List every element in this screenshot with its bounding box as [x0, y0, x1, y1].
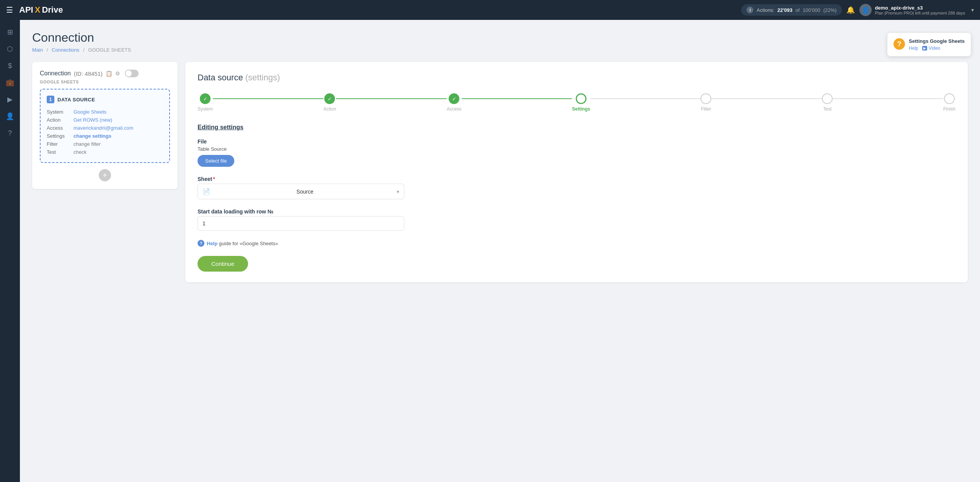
logo: APIXDrive: [19, 5, 63, 15]
table-source-label: Table Source: [198, 146, 956, 152]
left-panel: Connection (ID: 48451) 📋 ⚙ GOOGLE SHEETS…: [32, 62, 178, 189]
ds-title: DATA SOURCE: [57, 97, 95, 103]
ds-number: 1: [47, 96, 54, 103]
sheet-select[interactable]: 📄 Source ▾: [198, 184, 404, 199]
avatar: 👤: [859, 4, 872, 16]
bell-icon[interactable]: 🔔: [846, 6, 855, 14]
ds-system-value[interactable]: Google Sheets: [74, 109, 106, 115]
video-play-icon: ▶: [922, 46, 927, 50]
video-icon: ▶: [7, 95, 13, 104]
home-icon: ⊞: [7, 28, 13, 36]
actions-count: 22'093: [777, 7, 792, 13]
continue-button[interactable]: Continue: [198, 256, 248, 272]
breadcrumb: Main / Connections / GOOGLE SHEETS: [32, 47, 968, 53]
data-source-box: 1 DATA SOURCE System Google Sheets Actio…: [40, 89, 170, 163]
help-tooltip-help-link[interactable]: Help: [909, 46, 918, 51]
sheet-label: Sheet: [198, 176, 212, 182]
user-chevron-icon[interactable]: ▾: [971, 7, 974, 13]
ds-row-label: Settings: [47, 132, 74, 140]
ds-action-value[interactable]: Get ROWS (new): [74, 117, 112, 123]
right-panel: Data source (settings) ✓ System ✓ Action: [185, 62, 968, 282]
table-row: Action Get ROWS (new): [47, 116, 163, 124]
actions-label: Actions:: [756, 7, 774, 13]
help-sidebar-icon: ?: [8, 129, 12, 137]
actions-counter: i Actions: 22'093 of 100'000 (22%): [741, 4, 842, 16]
topnav: ☰ APIXDrive i Actions: 22'093 of 100'000…: [0, 0, 980, 20]
page-title: Connection: [32, 31, 968, 45]
ds-row-label: Action: [47, 116, 74, 124]
panel-title-sub: (settings): [245, 73, 280, 82]
step-finish: Finish: [943, 93, 956, 112]
step-label-test: Test: [823, 106, 831, 112]
hamburger-icon[interactable]: ☰: [6, 5, 13, 15]
step-label-system: System: [198, 106, 213, 112]
connection-id: (ID: 48451): [74, 70, 103, 77]
account-icon: 👤: [6, 112, 14, 120]
step-label-action: Action: [323, 106, 336, 112]
table-row: System Google Sheets: [47, 108, 163, 116]
select-file-button[interactable]: Select file: [198, 155, 234, 167]
sheet-required: *: [213, 176, 215, 182]
ds-row-label: System: [47, 108, 74, 116]
ds-filter-value: change filter: [74, 141, 101, 147]
connection-title: Connection: [40, 70, 71, 77]
user-menu[interactable]: 👤 demo_apix-drive_s3 Plan |Premium PRO| …: [859, 4, 974, 16]
step-label-filter: Filter: [701, 106, 711, 112]
step-settings: Settings: [572, 93, 590, 112]
step-action: ✓ Action: [323, 93, 336, 112]
help-guide-link[interactable]: Help: [207, 241, 217, 246]
ds-access-value[interactable]: maverickandrii@gmail.com: [74, 125, 133, 131]
sidebar-item-video[interactable]: ▶: [2, 92, 18, 107]
sidebar-item-help[interactable]: ?: [2, 125, 18, 141]
row-label: Start data loading with row №: [198, 208, 956, 215]
doc-icon: 📄: [203, 188, 210, 195]
ds-row-label: Test: [47, 148, 74, 156]
sidebar: ⊞ ⬡ $ 💼 ▶ 👤 ?: [0, 20, 20, 482]
connections-icon: ⬡: [7, 45, 13, 53]
help-tooltip-icon: ?: [893, 38, 905, 50]
step-system: ✓ System: [198, 93, 213, 112]
dollar-icon: $: [8, 62, 12, 70]
breadcrumb-connections[interactable]: Connections: [52, 47, 79, 53]
help-guide-suffix: guide for «Google Sheets»: [219, 241, 278, 246]
username: demo_apix-drive_s3: [875, 5, 965, 11]
connection-toggle[interactable]: [125, 70, 139, 77]
step-filter: Filter: [701, 93, 711, 112]
file-label: File: [198, 138, 956, 145]
ds-test-value: check: [74, 149, 87, 155]
step-access: ✓ Access: [447, 93, 462, 112]
sheet-value: Source: [296, 189, 313, 195]
plan-label: Plan |Premium PRO| left until payment 28…: [875, 11, 965, 15]
ds-table: System Google Sheets Action Get ROWS (ne…: [47, 108, 163, 156]
info-icon: i: [746, 7, 753, 13]
table-row: Filter change filter: [47, 140, 163, 148]
table-row: Access maverickandrii@gmail.com: [47, 124, 163, 132]
breadcrumb-main[interactable]: Main: [32, 47, 43, 53]
settings-icon[interactable]: ⚙: [115, 70, 120, 77]
step-test: Test: [822, 93, 833, 112]
google-sheets-label: GOOGLE SHEETS: [40, 80, 170, 84]
sidebar-item-billing[interactable]: $: [2, 58, 18, 73]
add-connection-button[interactable]: +: [99, 169, 111, 181]
ds-row-label: Access: [47, 124, 74, 132]
help-tooltip-title: Settings Google Sheets: [909, 38, 965, 44]
help-tooltip-video-link[interactable]: Video: [929, 46, 940, 51]
panel-title-main: Data source: [198, 73, 243, 82]
table-row: Settings change settings: [47, 132, 163, 140]
step-label-finish: Finish: [943, 106, 956, 112]
section-title: Editing settings: [198, 124, 956, 131]
row-number-input[interactable]: [198, 216, 404, 231]
sheet-group: Sheet* 📄 Source ▾: [198, 176, 956, 199]
step-label-access: Access: [447, 106, 462, 112]
sidebar-item-briefcase[interactable]: 💼: [2, 75, 18, 90]
copy-icon[interactable]: 📋: [106, 70, 112, 77]
help-row: ? Help guide for «Google Sheets»: [198, 240, 956, 247]
sidebar-item-connections[interactable]: ⬡: [2, 41, 18, 57]
sheet-chevron-icon: ▾: [397, 189, 399, 195]
sidebar-item-account[interactable]: 👤: [2, 109, 18, 124]
ds-row-label: Filter: [47, 140, 74, 148]
sidebar-item-dashboard[interactable]: ⊞: [2, 24, 18, 40]
ds-settings-value[interactable]: change settings: [74, 133, 111, 139]
breadcrumb-current: GOOGLE SHEETS: [88, 47, 131, 53]
help-tooltip: ? Settings Google Sheets Help ▶ Video: [887, 33, 971, 56]
